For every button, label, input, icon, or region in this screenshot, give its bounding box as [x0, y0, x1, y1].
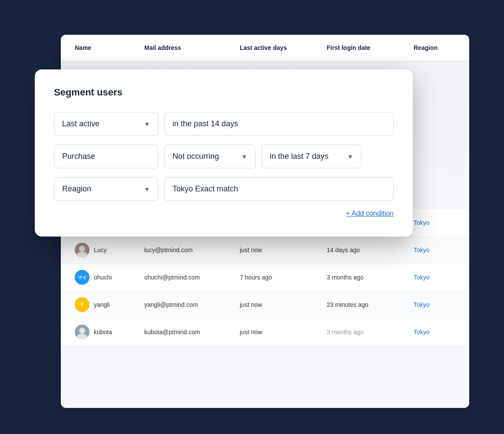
- col-header-region: Reagion: [408, 35, 461, 61]
- name-cell: Y yangli: [70, 291, 139, 318]
- first-login-cell: 23 minutes ago: [322, 295, 408, 314]
- table-row: Lucy lucy@ptmind.com just now 14 days ag…: [61, 237, 469, 264]
- last-active-cell: just now: [235, 240, 322, 260]
- region-cell: Tokyo: [408, 268, 461, 287]
- svg-point-5: [77, 334, 87, 339]
- last-active-cell: 7 hours ago: [235, 268, 322, 287]
- svg-point-4: [79, 328, 85, 334]
- avatar: [75, 243, 90, 257]
- user-name: ohuchi: [94, 274, 112, 281]
- last-active-cell: just now: [235, 295, 322, 314]
- chevron-down-icon: ▼: [144, 186, 150, 193]
- email-cell: lucy@ptmind.com: [139, 240, 235, 260]
- region-text: Tokyo Exact match: [164, 177, 394, 201]
- region-cell: Tokyo: [408, 240, 461, 260]
- email-cell: yangli@ptmind.com: [139, 295, 235, 314]
- col-header-mail: Mail address: [139, 35, 235, 61]
- add-condition-button[interactable]: + Add condition: [346, 210, 394, 217]
- not-occurring-select[interactable]: Not occurring ▼: [164, 145, 255, 168]
- condition-row-2: Purchase Not occurring ▼ in the last 7 d…: [54, 145, 394, 168]
- user-name: yangli: [94, 301, 110, 308]
- region-select[interactable]: Reagion ▼: [54, 177, 158, 201]
- email-cell: kubota@ptmind.com: [139, 322, 235, 342]
- last-days-select[interactable]: in the last 7 days ▼: [262, 145, 361, 168]
- last-active-cell: just now: [235, 322, 322, 342]
- table-row: kubota kubota@ptmind.com just now 3 mont…: [61, 319, 469, 346]
- first-login-cell: 3 months ago: [322, 268, 408, 287]
- name-cell: Lucy: [70, 237, 139, 263]
- col-header-name: Name: [70, 35, 139, 61]
- last-active-text: in the past 14 days: [164, 112, 394, 136]
- chevron-down-icon: ▼: [347, 153, 353, 160]
- condition-row-3: Reagion ▼ Tokyo Exact match: [54, 177, 394, 201]
- purchase-select-label: Purchase: [62, 152, 95, 161]
- region-cell: Tokyo: [408, 213, 461, 232]
- first-login-cell: 3 months ago: [322, 322, 408, 342]
- region-select-label: Reagion: [62, 184, 91, 194]
- avatar: マイ: [75, 270, 90, 285]
- avatar: Y: [75, 297, 90, 312]
- condition-row-1: Last active ▼ in the past 14 days: [54, 112, 394, 136]
- region-cell: Tokyo: [408, 322, 461, 342]
- chevron-down-icon: ▼: [144, 121, 150, 128]
- last-active-select-label: Last active: [62, 119, 99, 128]
- chevron-down-icon: ▼: [241, 153, 247, 160]
- add-condition-container: + Add condition: [54, 210, 394, 217]
- table-header: Name Mail address Last active days First…: [61, 35, 469, 62]
- svg-point-3: [77, 252, 87, 257]
- avatar: [75, 325, 90, 339]
- not-occurring-label: Not occurring: [172, 152, 219, 161]
- user-name: kubota: [94, 329, 112, 335]
- modal-title: Segment users: [54, 87, 394, 98]
- purchase-select[interactable]: Purchase: [54, 145, 158, 168]
- table-row: マイ ohuchi ohuchi@ptmind.com 7 hours ago …: [61, 264, 469, 291]
- col-header-last-active: Last active days: [235, 35, 322, 61]
- name-cell: マイ ohuchi: [70, 264, 139, 291]
- svg-point-2: [79, 246, 85, 252]
- email-cell: ohuchi@ptmind.com: [139, 268, 235, 287]
- last-days-label: in the last 7 days: [270, 152, 328, 161]
- first-login-cell: 14 days ago: [322, 240, 408, 260]
- segment-modal: Segment users Last active ▼ in the past …: [35, 69, 413, 237]
- region-cell: Tokyo: [408, 295, 461, 314]
- user-name: Lucy: [94, 247, 107, 253]
- col-header-first-login: First login date: [322, 35, 408, 61]
- table-row: Y yangli yangli@ptmind.com just now 23 m…: [61, 291, 469, 319]
- last-active-select[interactable]: Last active ▼: [54, 112, 158, 136]
- name-cell: kubota: [70, 319, 139, 345]
